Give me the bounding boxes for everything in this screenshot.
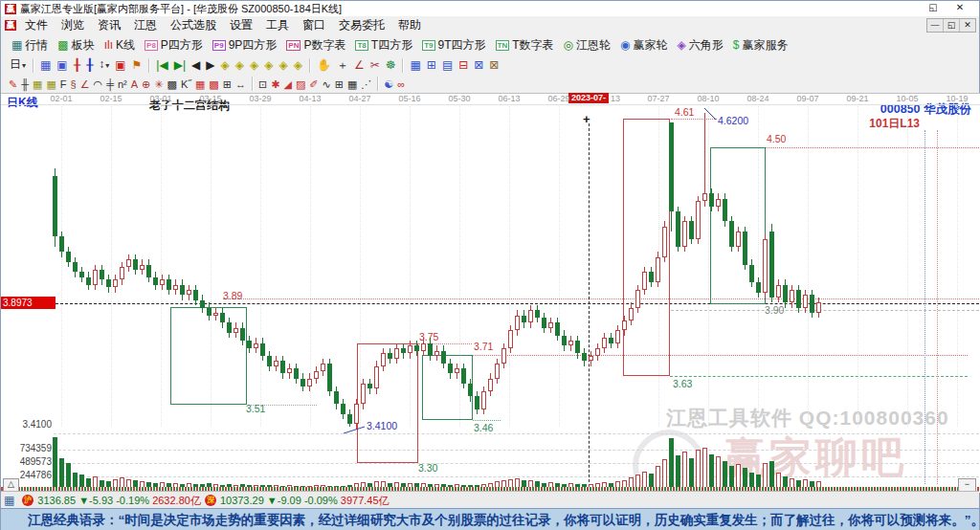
- tool-icon-flag-mark[interactable]: ⚑: [129, 57, 145, 74]
- toolbar-button-kline[interactable]: ılıK线: [100, 36, 140, 54]
- shanghai-index-icon[interactable]: 沪: [22, 495, 33, 506]
- tool-icon-chart-area[interactable]: ▦: [37, 57, 54, 74]
- toolbar-button-quotes[interactable]: ▦行情: [7, 36, 53, 54]
- tool-icon-draw-pen[interactable]: ✎: [7, 77, 19, 92]
- close-window-button[interactable]: ✕: [952, 2, 968, 12]
- 9t-square-label: 9T四方形: [438, 37, 486, 54]
- red-grid-2-icon: ▩: [209, 78, 218, 90]
- toolbar-button-p-table[interactable]: PNP数字表: [281, 36, 350, 54]
- mdi-close-button[interactable]: ✕: [960, 19, 975, 32]
- sz-index-amount: 3977.45亿: [341, 494, 390, 508]
- menu-item-设置[interactable]: 设置: [223, 17, 259, 33]
- tool-icon-circle-cross[interactable]: ⊕: [140, 77, 152, 92]
- diamond-3-icon: ◈: [250, 58, 258, 72]
- tool-icon-zigzag-tool[interactable]: ∿: [321, 77, 333, 92]
- tool-icon-region-select[interactable]: ▣: [112, 57, 128, 74]
- tool-icon-axis-updown[interactable]: ↕▾: [96, 56, 112, 74]
- tool-icon-kline-style-blue[interactable]: ╂: [83, 57, 96, 74]
- toolbar-button-winner-service[interactable]: $赢家服务: [728, 36, 793, 54]
- tool-icon-box-select[interactable]: ⊡: [256, 77, 269, 92]
- shenzhen-index-icon[interactable]: 深: [205, 495, 216, 506]
- quote-grid-icon[interactable]: ▦: [4, 494, 14, 507]
- tool-icon-wheel-tool[interactable]: ☸: [383, 57, 399, 74]
- tool-icon-window-grid[interactable]: ⊞: [221, 77, 234, 92]
- tool-icon-slash-lines[interactable]: ⋰: [359, 77, 373, 92]
- menu-item-浏览[interactable]: 浏览: [55, 17, 91, 33]
- toolbar-button-hexagon[interactable]: ◈六角形: [673, 36, 728, 54]
- tool-icon-block-tool[interactable]: ▨: [294, 77, 307, 92]
- tool-icon-calculator[interactable]: ⊞: [424, 57, 439, 74]
- toolbar-button-p-square[interactable]: P8P四方形: [140, 36, 208, 54]
- tool-icon-goto-last[interactable]: ▶|: [171, 57, 189, 74]
- tool-icon-vgrid-tool[interactable]: ╫: [19, 77, 31, 92]
- mdi-minimize-button[interactable]: —: [927, 19, 944, 32]
- tool-icon-hand-tool[interactable]: ✋: [314, 57, 334, 74]
- toolbar-button-sectors[interactable]: ▩板块: [53, 36, 99, 54]
- tool-icon-step-next[interactable]: ▶: [203, 57, 217, 74]
- tool-icon-step-prev[interactable]: ◀: [189, 57, 203, 74]
- tool-icon-red-grid-1[interactable]: ▦: [193, 77, 207, 92]
- tool-icon-memo[interactable]: ▤: [439, 57, 456, 74]
- menu-item-帮助[interactable]: 帮助: [391, 17, 428, 33]
- tool-icon-fib-levels[interactable]: F: [58, 77, 69, 92]
- toolbar-button-winner-wheel[interactable]: ◉赢家轮: [615, 36, 672, 54]
- tool-icon-diamond-2[interactable]: ◈: [233, 57, 247, 74]
- collapse-panel-button[interactable]: −: [958, 478, 976, 492]
- tool-icon-tian-grid[interactable]: ⊞: [333, 77, 345, 92]
- toolbar-button-gann-wheel[interactable]: ◎江恩轮: [559, 36, 615, 54]
- toolbar-button-9t-square[interactable]: T99T四方形: [417, 36, 490, 54]
- 9p-square-icon: P9: [212, 40, 226, 51]
- menu-item-公式选股[interactable]: 公式选股: [164, 17, 223, 33]
- tool-icon-h-span[interactable]: ↔: [234, 77, 248, 92]
- tool-icon-block-grid[interactable]: ▦: [345, 77, 359, 92]
- tool-icon-kline-style-red[interactable]: ╂: [71, 57, 83, 74]
- tool-icon-pic-grid[interactable]: ▩: [166, 77, 179, 92]
- tool-icon-gann-box-2[interactable]: ▦: [44, 77, 57, 92]
- tool-icon-fan-tool[interactable]: ◢: [281, 77, 293, 92]
- box-select-icon: ⊡: [258, 78, 267, 90]
- toolbar-button-9p-square[interactable]: P99P四方形: [208, 36, 281, 54]
- tool-icon-chart-page[interactable]: ▣: [54, 57, 70, 74]
- tool-icon-export-2[interactable]: ⊠: [486, 57, 501, 74]
- tool-icon-diamond-4[interactable]: ◈: [261, 57, 276, 74]
- tool-icon-n-squared[interactable]: n²: [116, 77, 129, 92]
- tool-icon-hash-grid[interactable]: ╪: [104, 77, 116, 92]
- menu-item-文件[interactable]: 文件: [18, 17, 55, 33]
- menu-item-交易委托[interactable]: 交易委托: [332, 17, 391, 33]
- tool-icon-period-day[interactable]: 日▾: [7, 56, 29, 74]
- tool-icon-diamond-1[interactable]: ◈: [217, 57, 232, 74]
- mdi-restore-button[interactable]: ◱: [944, 19, 960, 32]
- tool-icon-spiral-tool[interactable]: §: [69, 77, 78, 92]
- menu-item-工具[interactable]: 工具: [259, 17, 296, 33]
- tool-icon-diamond-3[interactable]: ◈: [247, 57, 261, 74]
- tool-icon-a-measure[interactable]: A: [129, 77, 140, 92]
- tool-icon-star-burst[interactable]: ✳: [152, 77, 165, 92]
- sh-index-change: ▼-5.93: [78, 495, 113, 506]
- tool-icon-angle-tool[interactable]: ∠: [351, 57, 368, 74]
- tool-icon-k-mark[interactable]: K˝: [179, 77, 193, 92]
- expand-panel-button[interactable]: △: [3, 478, 19, 492]
- tool-icon-diamond-5[interactable]: ◈: [276, 57, 290, 74]
- tool-icon-infinity[interactable]: ∞: [395, 77, 407, 92]
- tool-icon-pen-2[interactable]: ✐: [307, 77, 320, 92]
- menu-item-资讯[interactable]: 资讯: [91, 17, 127, 33]
- tool-icon-red-grid-2[interactable]: ▩: [207, 77, 220, 92]
- quotes-icon: ▦: [11, 38, 22, 52]
- tool-icon-save[interactable]: ⊟: [456, 57, 471, 74]
- tool-icon-goto-first[interactable]: |◀: [153, 57, 170, 74]
- toolbar-button-t-table[interactable]: TNT数字表: [491, 36, 559, 54]
- tool-icon-scissors-tool[interactable]: ✂: [368, 57, 383, 74]
- tool-icon-yinyang[interactable]: ☯: [382, 77, 395, 92]
- tool-icon-gann-box-1[interactable]: ▦: [31, 77, 44, 92]
- tool-icon-crosshair-tool[interactable]: ＋: [334, 57, 351, 74]
- restore-window-button[interactable]: ◱: [925, 2, 941, 12]
- menu-item-江恩[interactable]: 江恩: [127, 17, 164, 33]
- tool-icon-arc-tool[interactable]: ◠: [92, 77, 105, 92]
- toolbar-button-t-square[interactable]: T8T四方形: [350, 36, 417, 54]
- tool-icon-calendar[interactable]: ▦: [407, 57, 423, 74]
- tool-icon-export-1[interactable]: ⊠: [471, 57, 486, 74]
- tool-icon-diamond-6[interactable]: ◈: [291, 57, 305, 74]
- tool-icon-angle-line[interactable]: ∠: [78, 77, 92, 92]
- menu-item-窗口[interactable]: 窗口: [296, 17, 332, 33]
- tool-icon-ray-fan[interactable]: ✱: [269, 77, 281, 92]
